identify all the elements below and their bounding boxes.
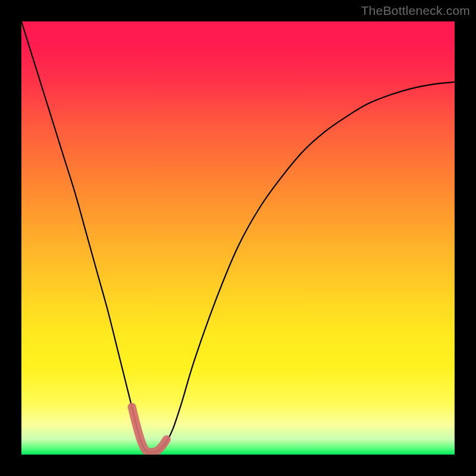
bottleneck-curve: [21, 21, 455, 452]
plot-area: [21, 21, 455, 455]
chart-frame: TheBottleneck.com: [0, 0, 476, 476]
optimal-zone-highlight: [132, 407, 167, 452]
chart-svg-layer: [21, 21, 455, 455]
watermark-text: TheBottleneck.com: [361, 4, 470, 18]
